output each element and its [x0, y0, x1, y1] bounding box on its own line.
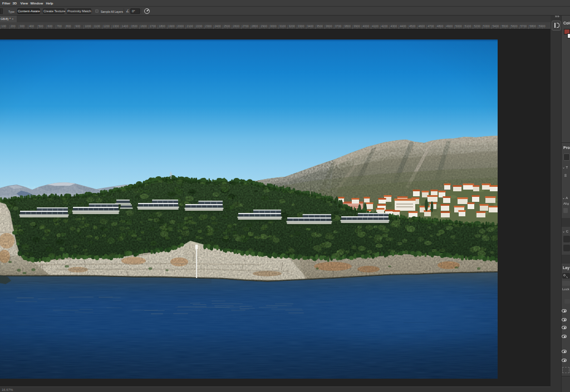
svg-text:4100: 4100: [372, 24, 379, 28]
svg-text:1800: 1800: [159, 24, 165, 28]
svg-text:200: 200: [11, 24, 16, 28]
svg-text:5500: 5500: [502, 24, 508, 28]
svg-text:4500: 4500: [409, 24, 416, 28]
svg-text:2200: 2200: [196, 24, 203, 28]
svg-text:1300: 1300: [112, 24, 119, 28]
svg-text:4300: 4300: [391, 24, 397, 28]
svg-text:3800: 3800: [344, 24, 351, 28]
svg-text:400: 400: [29, 24, 34, 28]
svg-text:1200: 1200: [103, 24, 110, 28]
svg-text:3700: 3700: [335, 24, 342, 28]
svg-text:3000: 3000: [270, 24, 277, 28]
svg-text:3200: 3200: [288, 24, 295, 28]
svg-text:1600: 1600: [140, 24, 147, 28]
svg-text:5800: 5800: [529, 24, 536, 28]
svg-text:4200: 4200: [381, 24, 388, 28]
svg-text:4000: 4000: [363, 24, 370, 28]
svg-text:2800: 2800: [252, 24, 258, 28]
svg-text:2500: 2500: [224, 24, 230, 28]
svg-text:2600: 2600: [233, 24, 240, 28]
svg-text:3600: 3600: [326, 24, 332, 28]
svg-text:700: 700: [57, 24, 62, 28]
svg-text:300: 300: [20, 24, 25, 28]
svg-text:4800: 4800: [437, 24, 444, 28]
svg-text:4900: 4900: [446, 24, 453, 28]
svg-text:2100: 2100: [186, 24, 193, 28]
svg-text:2000: 2000: [178, 24, 184, 28]
svg-text:3400: 3400: [307, 24, 314, 28]
svg-text:5100: 5100: [465, 24, 471, 28]
svg-text:3900: 3900: [353, 24, 360, 28]
svg-text:800: 800: [66, 24, 71, 28]
svg-text:1000: 1000: [85, 24, 91, 28]
svg-text:5000: 5000: [455, 24, 462, 28]
svg-text:4600: 4600: [419, 24, 425, 28]
svg-text:1900: 1900: [168, 24, 175, 28]
svg-text:3100: 3100: [279, 24, 286, 28]
svg-text:600: 600: [48, 24, 53, 28]
svg-text:4400: 4400: [400, 24, 406, 28]
svg-text:900: 900: [76, 24, 81, 28]
svg-text:100: 100: [1, 24, 6, 28]
svg-text:1700: 1700: [150, 24, 156, 28]
svg-text:3500: 3500: [316, 24, 323, 28]
svg-text:1100: 1100: [94, 24, 100, 28]
svg-text:5600: 5600: [511, 24, 518, 28]
svg-text:5200: 5200: [474, 24, 480, 28]
svg-text:5900: 5900: [539, 24, 546, 28]
svg-text:5300: 5300: [483, 24, 490, 28]
svg-text:1400: 1400: [122, 24, 129, 28]
svg-text:2900: 2900: [261, 24, 268, 28]
svg-text:1500: 1500: [131, 24, 137, 28]
svg-text:2700: 2700: [242, 24, 249, 28]
svg-text:4700: 4700: [428, 24, 434, 28]
svg-text:5700: 5700: [520, 24, 527, 28]
svg-text:500: 500: [38, 24, 43, 28]
svg-text:2300: 2300: [205, 24, 212, 28]
svg-text:5400: 5400: [493, 24, 499, 28]
svg-text:3300: 3300: [298, 24, 304, 28]
svg-text:2400: 2400: [214, 24, 221, 28]
